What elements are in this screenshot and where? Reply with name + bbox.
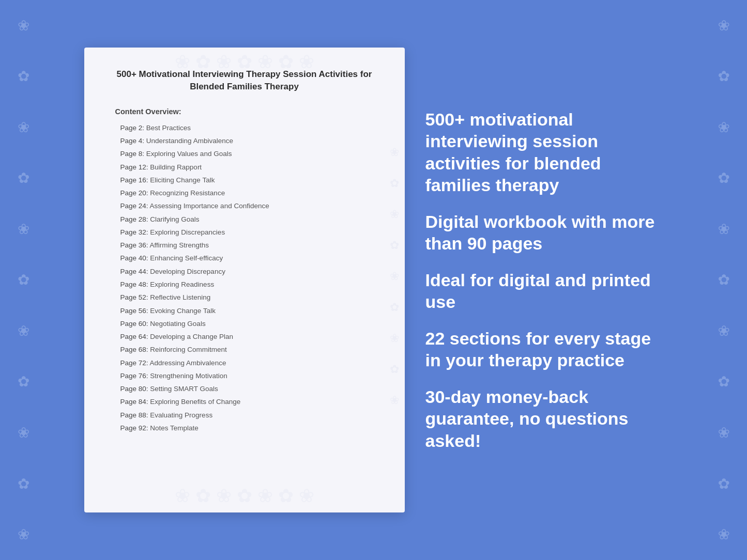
toc-topic: Reflective Listening xyxy=(150,293,210,301)
table-of-contents: Page 2: Best PracticesPage 4: Understand… xyxy=(110,122,379,435)
svg-text:❀: ❀ xyxy=(390,146,399,159)
content-overview-label: Content Overview: xyxy=(115,107,379,116)
toc-topic: Developing a Change Plan xyxy=(150,333,233,340)
feature-text-2: Digital workbook with more than 90 pages xyxy=(425,211,663,255)
toc-item: Page 32: Exploring Discrepancies xyxy=(110,226,379,239)
toc-page-number: Page 92: xyxy=(120,424,148,432)
toc-item: Page 80: Setting SMART Goals xyxy=(110,383,379,396)
toc-page-number: Page 24: xyxy=(120,202,148,210)
svg-text:❀: ❀ xyxy=(390,270,399,283)
toc-topic: Clarifying Goals xyxy=(150,215,199,223)
toc-page-number: Page 52: xyxy=(120,293,148,301)
toc-topic: Building Rapport xyxy=(150,163,202,171)
toc-topic: Exploring Discrepancies xyxy=(150,228,225,236)
toc-page-number: Page 20: xyxy=(120,189,148,197)
toc-item: Page 20: Recognizing Resistance xyxy=(110,187,379,200)
toc-topic: Notes Template xyxy=(150,424,199,432)
toc-topic: Evoking Change Talk xyxy=(150,307,216,315)
toc-item: Page 60: Negotiating Goals xyxy=(110,318,379,331)
toc-page-number: Page 68: xyxy=(120,346,148,353)
svg-text:✿: ✿ xyxy=(390,239,399,252)
toc-page-number: Page 72: xyxy=(120,359,148,367)
toc-topic: Assessing Importance and Confidence xyxy=(150,202,269,210)
toc-page-number: Page 60: xyxy=(120,320,148,328)
main-layout: ❀ ✿ ❀ ✿ ❀ ✿ ❀ ❀ ✿ ❀ ✿ ❀ ✿ ❀ ✿ ❀ 500+ Mot… xyxy=(0,0,747,560)
toc-topic: Strengthening Motivation xyxy=(150,372,227,380)
toc-page-number: Page 48: xyxy=(120,281,148,288)
toc-page-number: Page 28: xyxy=(120,215,148,223)
toc-item: Page 16: Eliciting Change Talk xyxy=(110,174,379,187)
toc-item: Page 12: Building Rapport xyxy=(110,161,379,174)
toc-page-number: Page 40: xyxy=(120,254,148,262)
toc-topic: Addressing Ambivalence xyxy=(150,359,226,367)
feature-text-5: 30-day money-back guarantee, no question… xyxy=(425,386,663,452)
feature-text-4: 22 sections for every stage in your ther… xyxy=(425,328,663,371)
toc-page-number: Page 36: xyxy=(120,241,148,249)
toc-topic: Eliciting Change Talk xyxy=(150,176,215,184)
toc-item: Page 24: Assessing Importance and Confid… xyxy=(110,200,379,213)
toc-page-number: Page 16: xyxy=(120,176,148,184)
toc-page-number: Page 64: xyxy=(120,333,148,340)
toc-page-number: Page 12: xyxy=(120,163,148,171)
toc-topic: Developing Discrepancy xyxy=(150,268,225,275)
toc-topic: Reinforcing Commitment xyxy=(150,346,227,353)
toc-page-number: Page 76: xyxy=(120,372,148,380)
book-title: 500+ Motivational Interviewing Therapy S… xyxy=(110,68,379,93)
toc-item: Page 84: Exploring Benefits of Change xyxy=(110,396,379,409)
toc-item: Page 56: Evoking Change Talk xyxy=(110,304,379,317)
toc-item: Page 40: Enhancing Self-efficacy xyxy=(110,252,379,265)
toc-item: Page 72: Addressing Ambivalence xyxy=(110,356,379,369)
svg-text:❀: ❀ xyxy=(390,208,399,221)
toc-topic: Evaluating Progress xyxy=(150,411,212,419)
toc-topic: Exploring Readiness xyxy=(150,281,214,288)
svg-text:✿: ✿ xyxy=(390,177,399,190)
toc-topic: Enhancing Self-efficacy xyxy=(150,254,223,262)
toc-page-number: Page 56: xyxy=(120,307,148,315)
features-panel: 500+ motivational interviewing session a… xyxy=(425,98,663,462)
book-panel: ❀ ✿ ❀ ✿ ❀ ✿ ❀ ❀ ✿ ❀ ✿ ❀ ✿ ❀ ✿ ❀ 500+ Mot… xyxy=(84,48,405,512)
book-side-decoration: ❀ ✿ ❀ ✿ ❀ ✿ ❀ ✿ ❀ xyxy=(384,48,405,512)
toc-topic: Affirming Strengths xyxy=(150,241,209,249)
svg-text:❀: ❀ xyxy=(390,332,399,345)
toc-topic: Exploring Benefits of Change xyxy=(150,398,240,406)
toc-topic: Understanding Ambivalence xyxy=(146,137,233,145)
svg-text:✿: ✿ xyxy=(390,363,399,376)
svg-text:❀: ❀ xyxy=(390,394,399,407)
svg-text:❀ ✿ ❀ ✿ ❀ ✿ ❀: ❀ ✿ ❀ ✿ ❀ ✿ ❀ xyxy=(174,487,314,506)
toc-topic: Negotiating Goals xyxy=(150,320,205,328)
toc-item: Page 36: Affirming Strengths xyxy=(110,239,379,252)
toc-item: Page 4: Understanding Ambivalence xyxy=(110,135,379,148)
toc-item: Page 2: Best Practices xyxy=(110,122,379,135)
toc-topic: Best Practices xyxy=(146,124,191,132)
toc-topic: Exploring Values and Goals xyxy=(146,150,232,158)
toc-item: Page 52: Reflective Listening xyxy=(110,291,379,304)
feature-text-1: 500+ motivational interviewing session a… xyxy=(425,108,663,196)
toc-page-number: Page 88: xyxy=(120,411,148,419)
book-bottom-decoration: ❀ ✿ ❀ ✿ ❀ ✿ ❀ xyxy=(84,484,405,512)
toc-page-number: Page 4: xyxy=(120,137,145,145)
toc-item: Page 68: Reinforcing Commitment xyxy=(110,344,379,356)
toc-topic: Setting SMART Goals xyxy=(150,385,218,393)
feature-text-3: Ideal for digital and printed use xyxy=(425,269,663,313)
toc-page-number: Page 8: xyxy=(120,150,145,158)
toc-item: Page 76: Strengthening Motivation xyxy=(110,370,379,383)
toc-item: Page 28: Clarifying Goals xyxy=(110,213,379,226)
toc-item: Page 64: Developing a Change Plan xyxy=(110,331,379,344)
toc-item: Page 44: Developing Discrepancy xyxy=(110,266,379,278)
toc-topic: Recognizing Resistance xyxy=(150,189,225,197)
toc-page-number: Page 84: xyxy=(120,398,148,406)
toc-page-number: Page 32: xyxy=(120,228,148,236)
toc-page-number: Page 80: xyxy=(120,385,148,393)
svg-text:✿: ✿ xyxy=(390,301,399,314)
toc-page-number: Page 2: xyxy=(120,124,145,132)
toc-item: Page 48: Exploring Readiness xyxy=(110,278,379,291)
toc-page-number: Page 44: xyxy=(120,268,148,275)
toc-item: Page 88: Evaluating Progress xyxy=(110,409,379,422)
toc-item: Page 92: Notes Template xyxy=(110,422,379,435)
toc-item: Page 8: Exploring Values and Goals xyxy=(110,148,379,161)
